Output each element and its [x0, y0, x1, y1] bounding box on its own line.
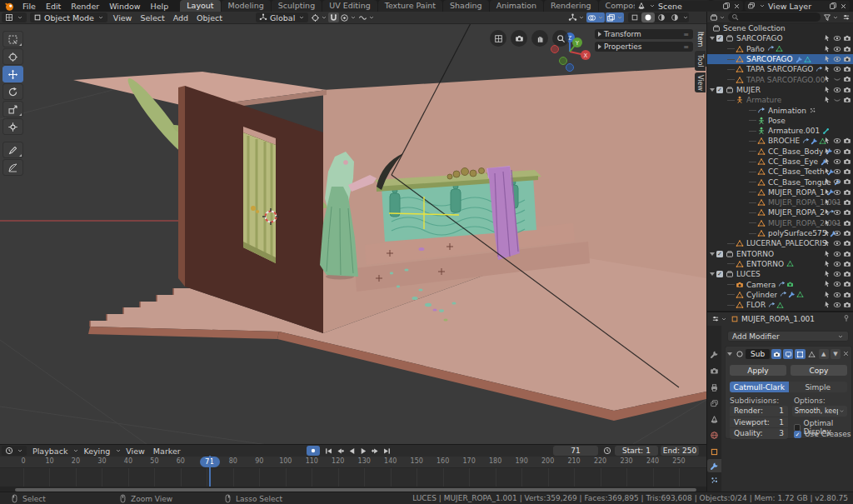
current-frame-field[interactable]: 71: [553, 446, 598, 456]
outliner-row[interactable]: ✓MUJER: [707, 85, 853, 95]
use-creases-checkbox[interactable]: ✓Use Creases: [794, 430, 851, 438]
menu-edit[interactable]: Edit: [41, 2, 66, 11]
outliner-row[interactable]: Pose: [707, 116, 853, 126]
tab-modeling[interactable]: Modeling: [222, 0, 271, 12]
tool-transform[interactable]: [2, 118, 23, 135]
outliner-row[interactable]: BROCHE: [707, 136, 853, 146]
jump-to-start-button[interactable]: [323, 446, 334, 456]
npanel-properties[interactable]: Properties≡: [595, 42, 693, 52]
tab-texture-paint[interactable]: Texture Paint: [378, 0, 442, 12]
tool-measure[interactable]: [2, 159, 23, 176]
sidetab-view[interactable]: View: [695, 72, 706, 92]
collection-checkbox[interactable]: ✓: [716, 251, 723, 257]
tool-rotate[interactable]: [2, 83, 23, 100]
outliner-row[interactable]: ENTORNO: [707, 259, 853, 269]
shading-material[interactable]: [655, 12, 668, 22]
jump-to-end-button[interactable]: [382, 446, 392, 456]
timeline-editor-select[interactable]: [2, 446, 27, 456]
expand-arrow[interactable]: [710, 88, 715, 92]
viewport-menu-add[interactable]: Add: [169, 13, 192, 22]
end-frame-field[interactable]: End:250: [661, 446, 699, 456]
outliner-row[interactable]: CC_Base_Body: [707, 147, 853, 157]
properties-editor-select[interactable]: [711, 314, 728, 324]
outliner-row[interactable]: Armature: [707, 95, 853, 105]
use-preview-range-button[interactable]: [601, 446, 612, 456]
timeline-menu-view[interactable]: View: [122, 447, 149, 456]
tab-layout[interactable]: Layout: [180, 0, 220, 12]
expand-arrow[interactable]: [710, 37, 715, 40]
outliner-display-mode[interactable]: [709, 12, 726, 22]
modifier-move-down[interactable]: ▼: [831, 349, 841, 359]
subdiv-field-quality[interactable]: Quality:3: [730, 428, 788, 439]
viewport-canvas[interactable]: Z Y X Transform≡Properties≡ItemToolView: [0, 23, 706, 444]
mod-editmode-toggle[interactable]: [795, 349, 805, 359]
shading-rendered[interactable]: [668, 12, 681, 22]
modifier-delete[interactable]: [842, 350, 850, 359]
collection-checkbox[interactable]: ✓: [716, 35, 723, 42]
gizmos-toggle[interactable]: [567, 12, 586, 22]
collection-checkbox[interactable]: ✓: [716, 87, 723, 93]
pan-view-button[interactable]: [531, 30, 548, 47]
tab-rendering[interactable]: Rendering: [544, 0, 598, 12]
tab-sculpting[interactable]: Sculpting: [272, 0, 322, 12]
outliner-row[interactable]: MUJER_ROPA_1: [707, 187, 853, 197]
orientation-select[interactable]: Global: [256, 12, 308, 22]
viewport-menu-select[interactable]: Select: [136, 13, 168, 22]
sidetab-item[interactable]: Item: [695, 29, 706, 49]
toggle-camera-view-button[interactable]: [511, 30, 527, 47]
tool-scale[interactable]: [2, 101, 23, 117]
outliner-row[interactable]: Paño: [707, 44, 853, 54]
tab-world[interactable]: [707, 428, 721, 442]
outliner-row[interactable]: Scene Collection: [707, 23, 853, 33]
outliner-row[interactable]: MUJER_ROPA_2.001: [707, 218, 853, 228]
expand-arrow[interactable]: [710, 272, 715, 276]
overlays-toggle[interactable]: [586, 12, 605, 22]
start-frame-field[interactable]: Start:1: [615, 446, 658, 456]
tab-tool[interactable]: [707, 347, 721, 361]
tab-uv-editing[interactable]: UV Editing: [322, 0, 377, 12]
timeline-menu-playback[interactable]: Playback: [28, 447, 72, 456]
mod-render-toggle[interactable]: [771, 349, 781, 359]
tab-render[interactable]: [707, 364, 721, 377]
sidetab-tool[interactable]: Tool: [695, 51, 706, 71]
previous-keyframe-button[interactable]: [335, 446, 346, 456]
shading-solid[interactable]: [641, 12, 655, 22]
timeline-ruler[interactable]: 0102030405060809010011012013014015016017…: [0, 457, 706, 467]
viewport-menu-view[interactable]: View: [109, 13, 137, 22]
outliner-row[interactable]: ✓LUCES: [707, 269, 853, 279]
play-button[interactable]: [358, 446, 369, 456]
apply-button[interactable]: Apply: [730, 365, 786, 376]
timeline-menu-marker[interactable]: Marker: [149, 447, 185, 456]
outliner-row[interactable]: MUJER_ROPA_2: [707, 207, 853, 217]
tab-object[interactable]: [707, 445, 721, 458]
mode-select[interactable]: Object Mode: [30, 12, 107, 22]
mod-viewport-toggle[interactable]: [783, 349, 793, 359]
tool-annotate[interactable]: [2, 142, 23, 158]
timeline-menu-keying[interactable]: Keying: [79, 447, 114, 456]
tab-shading[interactable]: Shading: [443, 0, 489, 12]
proportional-edit-button[interactable]: [339, 12, 357, 22]
outliner-row[interactable]: polySurface575: [707, 228, 853, 238]
outliner-row[interactable]: SARCOFAGO: [707, 54, 853, 64]
timeline-track[interactable]: [0, 467, 706, 487]
outliner-row[interactable]: Camera: [707, 279, 853, 289]
shading-wireframe[interactable]: [628, 12, 641, 22]
outliner-row[interactable]: Animation: [707, 105, 853, 115]
outliner-row[interactable]: CC_Base_Tongue: [707, 177, 853, 187]
mod-cage-toggle[interactable]: [807, 349, 817, 359]
outliner-options[interactable]: [841, 12, 851, 22]
falloff-button[interactable]: [357, 12, 376, 22]
outliner-row[interactable]: Armature.001: [707, 126, 853, 136]
zoom-view-button[interactable]: [552, 30, 569, 47]
menu-help[interactable]: Help: [146, 2, 174, 11]
auto-key-button[interactable]: [307, 446, 320, 456]
algorithm-catmull-clark[interactable]: Catmull-Clark: [730, 382, 789, 392]
snap-target-button[interactable]: [310, 12, 328, 22]
tab-scene[interactable]: [707, 412, 721, 426]
tab-particles[interactable]: [707, 473, 721, 487]
outliner-row[interactable]: FLOR: [707, 300, 853, 310]
subdiv-field-render[interactable]: Render:1: [730, 406, 788, 417]
outliner-row[interactable]: ✓ENTORNO: [707, 249, 853, 259]
tool-cursor[interactable]: [2, 48, 23, 65]
outliner-row[interactable]: LUCERNA_PALEOCRISTIANA: [707, 238, 853, 248]
